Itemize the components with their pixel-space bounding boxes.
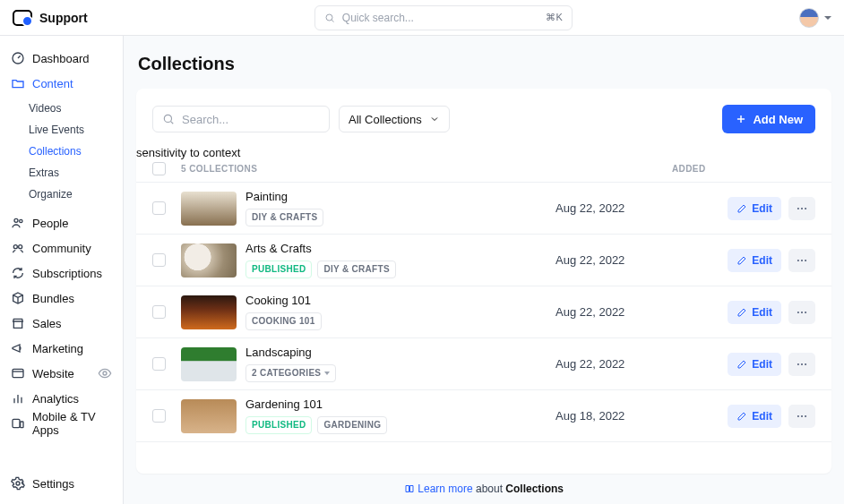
- collection-title[interactable]: Gardening 101: [245, 397, 555, 411]
- quick-search-input[interactable]: Quick search... ⌘K: [314, 5, 573, 30]
- eye-icon[interactable]: [98, 366, 112, 380]
- add-new-button[interactable]: Add New: [722, 105, 815, 133]
- category-tag[interactable]: GARDENING: [317, 416, 387, 434]
- sidebar-item-website[interactable]: Website: [7, 362, 116, 385]
- more-horizontal-icon: [796, 306, 808, 319]
- more-button[interactable]: [788, 301, 815, 324]
- svg-point-30: [801, 363, 803, 364]
- avatar[interactable]: [799, 8, 819, 28]
- edit-button[interactable]: Edit: [728, 301, 781, 324]
- sidebar-item-label: Subscriptions: [32, 267, 102, 280]
- store-icon: [11, 316, 25, 330]
- sidebar: Dashboard Content Videos Live Events Col…: [0, 36, 124, 504]
- category-tag[interactable]: DIY & CRAFTS: [245, 209, 323, 226]
- added-date: Aug 18, 2022: [555, 409, 672, 423]
- sidebar-item-community[interactable]: Community: [7, 236, 116, 260]
- sidebar-item-marketing[interactable]: Marketing: [7, 337, 116, 360]
- row-checkbox[interactable]: [152, 409, 166, 423]
- more-button[interactable]: [788, 197, 815, 220]
- collection-thumbnail[interactable]: [181, 192, 237, 226]
- published-tag: PUBLISHED: [245, 416, 312, 434]
- sidebar-item-label: Website: [32, 367, 74, 380]
- svg-point-0: [326, 14, 332, 21]
- svg-point-24: [801, 259, 803, 261]
- toolbar: Search... All Collections Add New: [136, 105, 831, 146]
- table-row: Arts & Crafts PUBLISHED DIY & CRAFTS Aug…: [136, 235, 831, 286]
- collection-thumbnail[interactable]: [181, 295, 237, 329]
- collection-title[interactable]: Landscaping: [245, 346, 555, 359]
- collection-title[interactable]: Cooking 101: [245, 294, 555, 307]
- collection-thumbnail[interactable]: [181, 347, 237, 381]
- quick-search-placeholder: Quick search...: [342, 12, 414, 24]
- main-content: Collections Search... All Collections Ad…: [124, 36, 844, 504]
- collection-thumbnail[interactable]: [181, 399, 237, 433]
- filter-select[interactable]: All Collections: [339, 106, 450, 132]
- edit-button[interactable]: Edit: [728, 405, 781, 428]
- sidebar-item-label: Content: [32, 77, 73, 90]
- sidebar-item-subscriptions[interactable]: Subscriptions: [7, 261, 116, 285]
- search-input[interactable]: Search...: [152, 106, 330, 132]
- bars-icon: [11, 391, 25, 406]
- svg-point-6: [19, 245, 22, 249]
- added-header: ADDED: [672, 164, 815, 174]
- svg-point-31: [805, 363, 806, 364]
- collection-thumbnail[interactable]: [181, 243, 237, 278]
- sidebar-sub-collections[interactable]: Collections: [29, 141, 116, 161]
- search-icon: [162, 113, 175, 125]
- row-checkbox[interactable]: [152, 253, 166, 267]
- count-label: 5 COLLECTIONS: [181, 164, 555, 174]
- sidebar-item-dashboard[interactable]: Dashboard: [7, 47, 116, 70]
- edit-button[interactable]: Edit: [728, 353, 781, 376]
- sidebar-sub-live-events[interactable]: Live Events: [29, 120, 116, 140]
- footer-learn-more: Learn more about Collections: [136, 474, 831, 495]
- edit-button[interactable]: Edit: [728, 249, 781, 272]
- collections-card: Search... All Collections Add New sensit…: [136, 89, 831, 474]
- svg-point-29: [797, 363, 799, 364]
- svg-rect-7: [13, 369, 23, 377]
- more-button[interactable]: [788, 353, 815, 376]
- sidebar-sub-extras[interactable]: Extras: [29, 163, 116, 183]
- row-checkbox[interactable]: [152, 201, 166, 215]
- sidebar-item-content[interactable]: Content: [7, 72, 116, 95]
- megaphone-icon: [11, 341, 25, 355]
- more-button[interactable]: [788, 405, 815, 428]
- select-all-checkbox[interactable]: [152, 162, 166, 175]
- page-title: Collections: [138, 54, 831, 74]
- brand: Support: [13, 10, 88, 26]
- more-button[interactable]: [788, 249, 815, 272]
- row-checkbox[interactable]: [152, 357, 166, 371]
- sidebar-item-settings[interactable]: Settings: [7, 472, 116, 495]
- categories-dropdown-tag[interactable]: 2 CATEGORIES: [245, 364, 336, 382]
- sidebar-item-people[interactable]: People: [7, 211, 116, 235]
- sidebar-item-sales[interactable]: Sales: [7, 312, 116, 335]
- category-tag[interactable]: COOKING 101: [245, 312, 322, 330]
- plus-icon: [735, 113, 747, 125]
- brand-title: Support: [39, 11, 88, 25]
- learn-more-link[interactable]: Learn more: [418, 483, 472, 495]
- collection-title[interactable]: Painting: [245, 190, 555, 203]
- user-menu-caret-icon[interactable]: [824, 16, 831, 20]
- table-rows: Painting DIY & CRAFTS Aug 22, 2022 Edit: [136, 183, 831, 474]
- sidebar-item-bundles[interactable]: Bundles: [7, 286, 116, 310]
- chevron-down-icon: [324, 372, 330, 375]
- sidebar-item-label: People: [32, 217, 68, 230]
- svg-point-3: [14, 218, 18, 222]
- sidebar-item-mobile-tv-apps[interactable]: Mobile & TV Apps: [7, 412, 116, 435]
- collection-title[interactable]: Arts & Crafts: [245, 242, 555, 255]
- more-horizontal-icon: [796, 202, 808, 215]
- svg-point-5: [13, 245, 17, 249]
- gear-icon: [11, 476, 25, 491]
- table-row: Landscaping 2 CATEGORIES Aug 22, 2022: [136, 338, 831, 390]
- edit-button[interactable]: Edit: [728, 197, 781, 220]
- category-tag[interactable]: DIY & CRAFTS: [317, 261, 395, 278]
- users-icon: [11, 216, 25, 230]
- row-checkbox[interactable]: [152, 305, 166, 319]
- sidebar-item-analytics[interactable]: Analytics: [7, 387, 116, 410]
- sidebar-sub-organize[interactable]: Organize: [29, 184, 116, 204]
- sidebar-sub-videos[interactable]: Videos: [29, 98, 116, 118]
- svg-point-9: [103, 372, 107, 375]
- sidebar-item-label: Sales: [32, 317, 62, 330]
- added-date: Aug 22, 2022: [555, 357, 672, 371]
- book-icon: [404, 483, 415, 494]
- svg-line-17: [171, 122, 174, 124]
